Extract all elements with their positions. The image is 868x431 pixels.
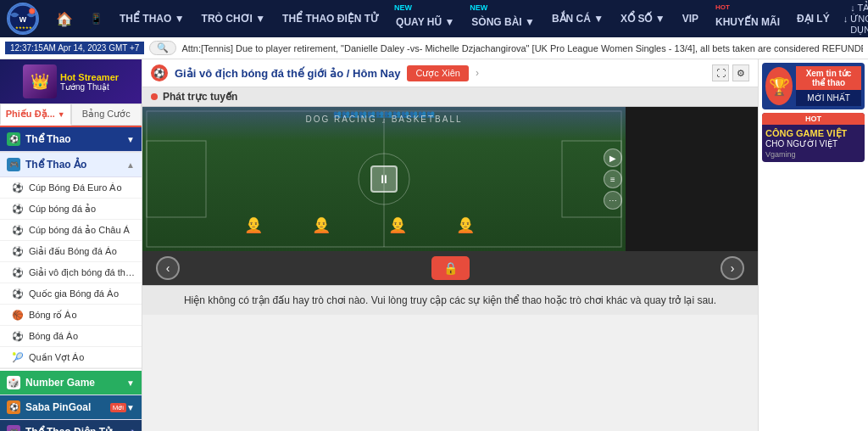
nav-dai-ly[interactable]: ĐẠI LÝ [788, 0, 838, 37]
nav-mobile[interactable]: 📱 [81, 0, 111, 37]
video-pause-btn[interactable]: ⏸ [370, 165, 398, 193]
nav-home[interactable]: 🏠 [47, 0, 81, 37]
sidebar-banner[interactable]: 👑 Hot Streamer Tướng Thuật [0, 59, 142, 104]
external-icon: ↗ [128, 428, 135, 431]
the-thao-header[interactable]: ⚽ Thể Thao ▼ [0, 127, 142, 152]
tab-phieu-dat[interactable]: Phiếu Đặ... ▼ [0, 104, 71, 126]
sidebar-item-label: Bóng đá Ảo [29, 331, 78, 342]
live-dot [151, 93, 158, 100]
sidebar-section-the-thao: ⚽ Thể Thao ▼ [0, 127, 142, 153]
right-sidebar: 🏆 Xem tin tức thể thao MỚI NHẤT HOT CÔNG… [758, 59, 868, 431]
video-main: 👥👥👥👥👥👥👥👥👥👥👥👥 🧑‍🦲 🧑‍🦲 🧑‍🦲 🧑‍🦲 DOG RACING … [142, 107, 626, 251]
list-item[interactable]: 🎾 Quần Vợt Ảo [0, 347, 142, 368]
video-side-controls: ▶ ≡ ⋯ [604, 148, 622, 210]
ticker-search[interactable]: 🔍 [149, 41, 176, 55]
nav-khuyen-mai[interactable]: HOT KHUYẾN MÃI [707, 0, 788, 37]
svg-point-4 [30, 8, 34, 13]
item-icon: ⚽ [12, 245, 24, 257]
sidebar-tabs: Phiếu Đặ... ▼ Bảng Cước [0, 104, 142, 127]
video-ctrl-2[interactable]: ≡ [604, 170, 622, 188]
right-banner-2[interactable]: HOT CÔNG GAME VIỆT CHO NGƯỜI VIỆT Vgamin… [762, 113, 865, 162]
list-item[interactable]: ⚽ Quốc gia Bóng đá Ảo [0, 283, 142, 305]
item-icon: ⚽ [12, 288, 24, 299]
list-item[interactable]: ⚽ Giải đấu Bóng đá Ảo [0, 241, 142, 262]
sidebar-item-label: Quốc gia Bóng đá Ảo [29, 288, 119, 299]
left-sidebar: 👑 Hot Streamer Tướng Thuật Phiếu Đặ... ▼… [0, 59, 142, 431]
arrow-right[interactable]: › [476, 67, 479, 79]
number-game-icon: 🎲 [7, 376, 20, 389]
list-item[interactable]: ⚽ Cúp bóng đá ảo Châu Á [0, 220, 142, 241]
nav-vip[interactable]: VIP [674, 0, 707, 37]
item-icon: ⚽ [12, 224, 24, 236]
list-item[interactable]: ⚽ Giải vô địch bóng đá thế gi... [0, 262, 142, 283]
header-controls: ⛶ ⚙ [712, 64, 749, 81]
nav-the-thao-dien-tu[interactable]: THỂ THAO ĐIỆN TỬ [274, 0, 387, 37]
right-nav: ↓ ↓ TẢI ỨNG DỤNG 🇻🇳 Tiếng Việt ▼ ĐĂNG NH… [843, 0, 868, 43]
ticker-time: 12:37:15AM Apr 14, 2023 GMT +7 [5, 42, 144, 54]
list-item[interactable]: 🏀 Bóng rổ Ảo [0, 305, 142, 326]
the-thao-chevron: ▼ [126, 135, 135, 144]
dien-tu-icon: 🎮 [7, 425, 20, 431]
content-header: ⚽ Giải vô địch bóng đá thế giới ảo / Hôm… [142, 59, 758, 87]
main-content: 👑 Hot Streamer Tướng Thuật Phiếu Đặ... ▼… [0, 59, 868, 431]
svg-text:★★★★★: ★★★★★ [15, 25, 32, 30]
list-item[interactable]: ⚽ Bóng đá Ảo [0, 326, 142, 347]
ticker-bar: 12:37:15AM Apr 14, 2023 GMT +7 🔍 Attn:[T… [0, 37, 868, 59]
nav-tro-choi[interactable]: TRÒ CHƠI ▼ [193, 0, 275, 37]
tai-ung-dung-btn[interactable]: ↓ ↓ TẢI ỨNG DỤNG [843, 3, 868, 36]
the-thao-ao-header[interactable]: 🎮 Thể Thao Ảo ▲ [0, 153, 142, 177]
search-icon: 🔍 [157, 42, 169, 53]
the-thao-ao-label: Thể Thao Ảo [25, 159, 126, 171]
cuoc-xien-btn[interactable]: Cược Xiên [407, 65, 469, 81]
item-icon: ⚽ [12, 203, 24, 215]
nav-quay-hu[interactable]: NEW QUAY HŨ ▼ [387, 0, 463, 37]
list-item[interactable]: ⚽ Cúp bóng đá ảo [0, 199, 142, 220]
content-area: ⚽ Giải vô địch bóng đá thế giới ảo / Hôm… [142, 59, 758, 431]
dien-tu-label: Thể Thao Điện Tử [25, 426, 125, 431]
settings-btn[interactable]: ⚙ [732, 64, 749, 81]
nav-song-bai[interactable]: NEW SÒNG BÀI ▼ [463, 0, 543, 37]
nav-prev-btn[interactable]: ‹ [156, 256, 180, 280]
video-ctrl-3[interactable]: ⋯ [604, 191, 622, 210]
item-icon: ⚽ [12, 182, 24, 193]
svg-text:w: w [19, 14, 27, 24]
content-header-title: Giải vô địch bóng đá thế giới ảo / Hôm N… [175, 67, 400, 80]
sidebar-item-label: Cúp bóng đá ảo Châu Á [29, 225, 130, 236]
banner2-content: CÔNG GAME VIỆT CHO NGƯỜI VIỆT Vgaming [762, 125, 865, 162]
banner1-top-text: Xem tin tức thể thao [796, 66, 861, 90]
logo-circle: w ★★★★★ [7, 3, 39, 35]
video-nav-area: ‹ 🔒 › [142, 251, 758, 285]
sidebar-item-label: Bóng rổ Ảo [29, 310, 77, 321]
nav-ban-ca[interactable]: BẮN CÁ ▼ [543, 0, 612, 37]
video-container: 👥👥👥👥👥👥👥👥👥👥👥👥 🧑‍🦲 🧑‍🦲 🧑‍🦲 🧑‍🦲 DOG RACING … [142, 107, 758, 251]
dien-tu-header[interactable]: 🎮 Thể Thao Điện Tử ↗ [0, 420, 142, 431]
lock-btn[interactable]: 🔒 [431, 256, 470, 280]
item-icon: 🏀 [12, 309, 24, 321]
right-banner-1[interactable]: 🏆 Xem tin tức thể thao MỚI NHẤT [762, 63, 865, 109]
saba-chevron: ▼ [126, 403, 135, 412]
top-navigation: w ★★★★★ 🏠 📱 THỂ THAO ▼ TRÒ CHƠI ▼ THỂ TH… [0, 0, 868, 37]
sidebar-item-label: Cúp bóng đá ảo [29, 204, 96, 215]
saba-header[interactable]: ⚽ Saba PinGoal Mới ▼ [0, 395, 142, 420]
tab-bang-cuoc[interactable]: Bảng Cước [71, 104, 142, 126]
ticker-text: Attn:[Tennis] Due to player retirement, … [181, 43, 863, 53]
logo[interactable]: w ★★★★★ [7, 3, 39, 35]
lock-icon: 🔒 [443, 261, 458, 275]
banner2-sub: CHO NGƯỜI VIỆT [765, 139, 861, 148]
video-dark-area [626, 107, 758, 251]
the-thao-ao-icon: 🎮 [7, 158, 20, 171]
svg-rect-8 [147, 141, 206, 217]
nav-xo-so[interactable]: XỔ SỐ ▼ [612, 0, 674, 37]
the-thao-label: Thể Thao [25, 133, 126, 145]
nav-the-thao[interactable]: THỂ THAO ▼ [111, 0, 193, 37]
nav-next-btn[interactable]: › [721, 256, 744, 280]
list-item[interactable]: ⚽ Cúp Bóng Đá Euro Ảo [0, 177, 142, 199]
the-thao-icon: ⚽ [7, 132, 20, 146]
expand-btn[interactable]: ⛶ [712, 64, 729, 81]
number-game-header[interactable]: 🎲 Number Game ▼ [0, 371, 142, 395]
saba-label: Saba PinGoal [25, 401, 108, 413]
sidebar-item-label: Cúp Bóng Đá Euro Ảo [29, 182, 122, 193]
banner1-bottom-text: MỚI NHẤT [796, 90, 861, 106]
video-ctrl-1[interactable]: ▶ [604, 148, 622, 167]
number-game-label: Number Game [25, 377, 126, 389]
